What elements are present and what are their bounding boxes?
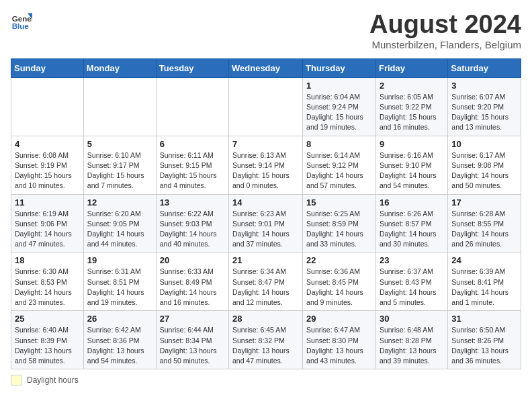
day-number: 5 bbox=[87, 139, 152, 149]
calendar-cell: 29Sunrise: 6:47 AMSunset: 8:30 PMDayligh… bbox=[303, 311, 376, 369]
day-number: 16 bbox=[380, 197, 444, 208]
day-number: 4 bbox=[15, 139, 80, 149]
calendar-cell: 20Sunrise: 6:33 AMSunset: 8:49 PMDayligh… bbox=[156, 253, 228, 311]
calendar-cell: 30Sunrise: 6:48 AMSunset: 8:28 PMDayligh… bbox=[375, 311, 447, 369]
day-number: 9 bbox=[380, 139, 444, 149]
day-info: Sunrise: 6:10 AMSunset: 9:17 PMDaylight:… bbox=[87, 150, 152, 191]
calendar-cell: 27Sunrise: 6:44 AMSunset: 8:34 PMDayligh… bbox=[156, 311, 228, 369]
day-info: Sunrise: 6:48 AMSunset: 8:28 PMDaylight:… bbox=[380, 325, 444, 366]
day-number: 19 bbox=[87, 255, 152, 265]
calendar-cell: 18Sunrise: 6:30 AMSunset: 8:53 PMDayligh… bbox=[11, 253, 84, 311]
calendar-cell: 1Sunrise: 6:04 AMSunset: 9:24 PMDaylight… bbox=[303, 77, 376, 136]
calendar-cell: 4Sunrise: 6:08 AMSunset: 9:19 PMDaylight… bbox=[11, 136, 84, 194]
day-info: Sunrise: 6:28 AMSunset: 8:55 PMDaylight:… bbox=[451, 209, 517, 250]
day-info: Sunrise: 6:19 AMSunset: 9:06 PMDaylight:… bbox=[15, 209, 80, 250]
col-header-friday: Friday bbox=[375, 58, 447, 77]
day-info: Sunrise: 6:42 AMSunset: 8:36 PMDaylight:… bbox=[87, 325, 152, 366]
calendar-cell: 26Sunrise: 6:42 AMSunset: 8:36 PMDayligh… bbox=[83, 311, 156, 369]
calendar-cell bbox=[229, 77, 303, 136]
day-info: Sunrise: 6:07 AMSunset: 9:20 PMDaylight:… bbox=[451, 92, 517, 133]
calendar-cell: 11Sunrise: 6:19 AMSunset: 9:06 PMDayligh… bbox=[11, 194, 84, 253]
calendar-cell: 12Sunrise: 6:20 AMSunset: 9:05 PMDayligh… bbox=[83, 194, 156, 253]
day-number: 2 bbox=[380, 81, 444, 91]
day-number: 20 bbox=[160, 255, 225, 265]
col-header-sunday: Sunday bbox=[11, 58, 84, 77]
day-number: 23 bbox=[380, 255, 444, 265]
day-number: 18 bbox=[15, 255, 80, 265]
col-header-monday: Monday bbox=[83, 58, 156, 77]
daylight-label: Daylight hours bbox=[27, 375, 79, 385]
calendar-cell: 17Sunrise: 6:28 AMSunset: 8:55 PMDayligh… bbox=[448, 194, 521, 253]
day-number: 25 bbox=[15, 314, 80, 324]
day-info: Sunrise: 6:44 AMSunset: 8:34 PMDaylight:… bbox=[160, 325, 225, 366]
calendar-cell: 25Sunrise: 6:40 AMSunset: 8:39 PMDayligh… bbox=[11, 311, 84, 369]
svg-text:Blue: Blue bbox=[12, 22, 30, 30]
day-info: Sunrise: 6:22 AMSunset: 9:03 PMDaylight:… bbox=[160, 209, 225, 250]
day-info: Sunrise: 6:37 AMSunset: 8:43 PMDaylight:… bbox=[380, 267, 444, 308]
page-header: General Blue August 2024 Munsterbilzen, … bbox=[11, 11, 521, 50]
month-title: August 2024 bbox=[369, 11, 521, 39]
calendar-cell: 15Sunrise: 6:25 AMSunset: 8:59 PMDayligh… bbox=[303, 194, 376, 253]
day-number: 29 bbox=[306, 314, 372, 324]
day-number: 30 bbox=[380, 314, 444, 324]
day-info: Sunrise: 6:08 AMSunset: 9:19 PMDaylight:… bbox=[15, 150, 80, 191]
location: Munsterbilzen, Flanders, Belgium bbox=[369, 39, 521, 50]
calendar-cell: 9Sunrise: 6:16 AMSunset: 9:10 PMDaylight… bbox=[375, 136, 447, 194]
day-info: Sunrise: 6:31 AMSunset: 8:51 PMDaylight:… bbox=[87, 267, 152, 308]
calendar-cell: 10Sunrise: 6:17 AMSunset: 9:08 PMDayligh… bbox=[448, 136, 521, 194]
day-number: 26 bbox=[87, 314, 152, 324]
col-header-thursday: Thursday bbox=[303, 58, 376, 77]
calendar-cell: 5Sunrise: 6:10 AMSunset: 9:17 PMDaylight… bbox=[83, 136, 156, 194]
day-info: Sunrise: 6:23 AMSunset: 9:01 PMDaylight:… bbox=[232, 209, 299, 250]
day-number: 1 bbox=[306, 81, 372, 91]
day-info: Sunrise: 6:14 AMSunset: 9:12 PMDaylight:… bbox=[306, 150, 372, 191]
calendar-cell: 6Sunrise: 6:11 AMSunset: 9:15 PMDaylight… bbox=[156, 136, 228, 194]
calendar-cell: 7Sunrise: 6:13 AMSunset: 9:14 PMDaylight… bbox=[229, 136, 303, 194]
day-number: 11 bbox=[15, 197, 80, 208]
day-number: 8 bbox=[306, 139, 372, 149]
day-number: 17 bbox=[451, 197, 517, 208]
day-info: Sunrise: 6:11 AMSunset: 9:15 PMDaylight:… bbox=[160, 150, 225, 191]
calendar-cell bbox=[83, 77, 156, 136]
logo-icon: General Blue bbox=[11, 11, 32, 32]
day-number: 15 bbox=[306, 197, 372, 208]
day-info: Sunrise: 6:47 AMSunset: 8:30 PMDaylight:… bbox=[306, 325, 372, 366]
day-number: 28 bbox=[232, 314, 299, 324]
col-header-saturday: Saturday bbox=[448, 58, 521, 77]
day-number: 22 bbox=[306, 255, 372, 265]
day-number: 10 bbox=[451, 139, 517, 149]
day-info: Sunrise: 6:33 AMSunset: 8:49 PMDaylight:… bbox=[160, 267, 225, 308]
day-info: Sunrise: 6:04 AMSunset: 9:24 PMDaylight:… bbox=[306, 92, 372, 133]
day-number: 13 bbox=[160, 197, 225, 208]
day-info: Sunrise: 6:16 AMSunset: 9:10 PMDaylight:… bbox=[380, 150, 444, 191]
day-number: 6 bbox=[160, 139, 225, 149]
day-info: Sunrise: 6:30 AMSunset: 8:53 PMDaylight:… bbox=[15, 267, 80, 308]
day-info: Sunrise: 6:20 AMSunset: 9:05 PMDaylight:… bbox=[87, 209, 152, 250]
day-info: Sunrise: 6:40 AMSunset: 8:39 PMDaylight:… bbox=[15, 325, 80, 366]
calendar-cell: 13Sunrise: 6:22 AMSunset: 9:03 PMDayligh… bbox=[156, 194, 228, 253]
calendar-cell: 22Sunrise: 6:36 AMSunset: 8:45 PMDayligh… bbox=[303, 253, 376, 311]
daylight-color-box bbox=[11, 375, 21, 385]
day-info: Sunrise: 6:34 AMSunset: 8:47 PMDaylight:… bbox=[232, 267, 299, 308]
calendar-cell: 23Sunrise: 6:37 AMSunset: 8:43 PMDayligh… bbox=[375, 253, 447, 311]
day-info: Sunrise: 6:36 AMSunset: 8:45 PMDaylight:… bbox=[306, 267, 372, 308]
day-info: Sunrise: 6:39 AMSunset: 8:41 PMDaylight:… bbox=[451, 267, 517, 308]
calendar-cell: 16Sunrise: 6:26 AMSunset: 8:57 PMDayligh… bbox=[375, 194, 447, 253]
calendar-cell: 21Sunrise: 6:34 AMSunset: 8:47 PMDayligh… bbox=[229, 253, 303, 311]
title-area: August 2024 Munsterbilzen, Flanders, Bel… bbox=[369, 11, 521, 50]
day-info: Sunrise: 6:05 AMSunset: 9:22 PMDaylight:… bbox=[380, 92, 444, 133]
day-number: 7 bbox=[232, 139, 299, 149]
day-number: 27 bbox=[160, 314, 225, 324]
calendar-cell: 14Sunrise: 6:23 AMSunset: 9:01 PMDayligh… bbox=[229, 194, 303, 253]
day-number: 12 bbox=[87, 197, 152, 208]
calendar-cell: 31Sunrise: 6:50 AMSunset: 8:26 PMDayligh… bbox=[448, 311, 521, 369]
day-number: 21 bbox=[232, 255, 299, 265]
day-number: 24 bbox=[451, 255, 517, 265]
calendar-cell: 19Sunrise: 6:31 AMSunset: 8:51 PMDayligh… bbox=[83, 253, 156, 311]
day-info: Sunrise: 6:13 AMSunset: 9:14 PMDaylight:… bbox=[232, 150, 299, 191]
calendar-cell bbox=[156, 77, 228, 136]
day-info: Sunrise: 6:26 AMSunset: 8:57 PMDaylight:… bbox=[380, 209, 444, 250]
calendar-cell: 24Sunrise: 6:39 AMSunset: 8:41 PMDayligh… bbox=[448, 253, 521, 311]
col-header-tuesday: Tuesday bbox=[156, 58, 228, 77]
calendar-header: SundayMondayTuesdayWednesdayThursdayFrid… bbox=[11, 58, 521, 77]
